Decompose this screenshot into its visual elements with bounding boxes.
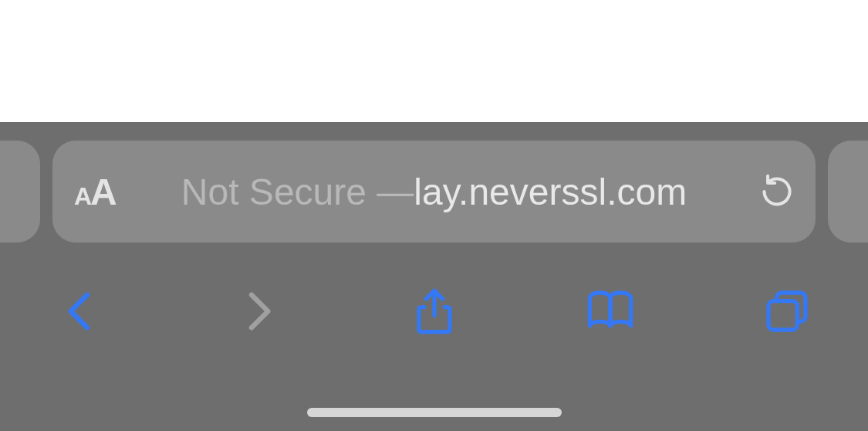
text-size-button[interactable]: AA (74, 171, 116, 213)
home-indicator[interactable] (307, 408, 562, 417)
url-text: lay.neverssl.com (414, 171, 687, 213)
tabs-button[interactable] (760, 284, 814, 338)
back-button[interactable] (54, 284, 108, 338)
svg-rect-1 (768, 301, 797, 330)
bottom-toolbar (0, 277, 868, 346)
reload-icon (760, 175, 794, 209)
text-size-small-a: A (74, 182, 90, 211)
forward-button (231, 284, 285, 338)
share-icon (410, 287, 459, 336)
forward-icon (233, 287, 282, 336)
address-text: Not Secure — lay.neverssl.com (181, 171, 687, 213)
bookmarks-button[interactable] (583, 284, 637, 338)
browser-chrome: AA Not Secure — lay.neverssl.com (0, 122, 868, 431)
tabs-icon (762, 287, 812, 336)
next-tab-peek[interactable] (828, 141, 868, 243)
back-icon (56, 287, 106, 336)
address-bar[interactable]: AA Not Secure — lay.neverssl.com (52, 141, 816, 243)
prev-tab-peek[interactable] (0, 141, 40, 243)
address-row: AA Not Secure — lay.neverssl.com (0, 141, 868, 243)
reload-button[interactable] (760, 175, 794, 209)
page-content-area (0, 0, 868, 122)
book-icon (586, 287, 635, 336)
share-button[interactable] (407, 284, 461, 338)
security-status-label: Not Secure — (181, 171, 414, 213)
text-size-large-a: A (90, 171, 116, 213)
